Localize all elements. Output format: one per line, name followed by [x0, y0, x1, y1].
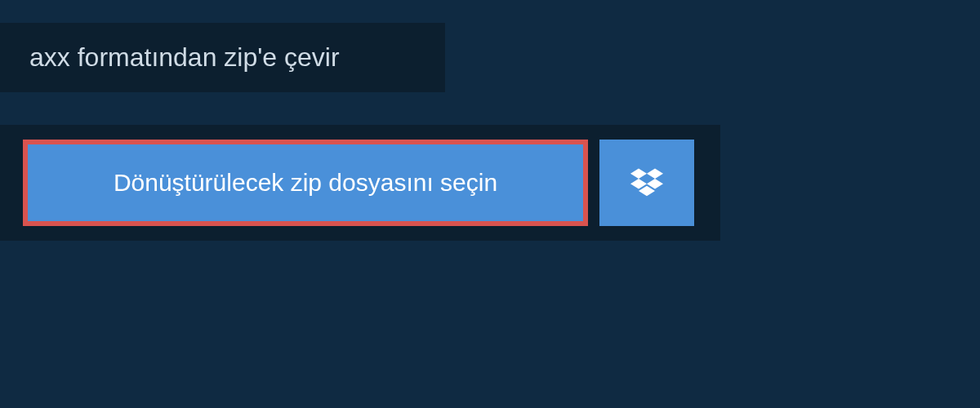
dropbox-icon	[630, 166, 663, 199]
select-file-label: Dönüştürülecek zip dosyasını seçin	[114, 169, 497, 196]
page-title-tab: axx formatından zip'e çevir	[0, 23, 445, 92]
action-panel: Dönüştürülecek zip dosyasını seçin	[0, 125, 720, 241]
page-title-text: axx formatından zip'e çevir	[29, 42, 340, 72]
select-file-button[interactable]: Dönüştürülecek zip dosyasını seçin	[23, 140, 588, 226]
dropbox-button[interactable]	[599, 140, 694, 226]
